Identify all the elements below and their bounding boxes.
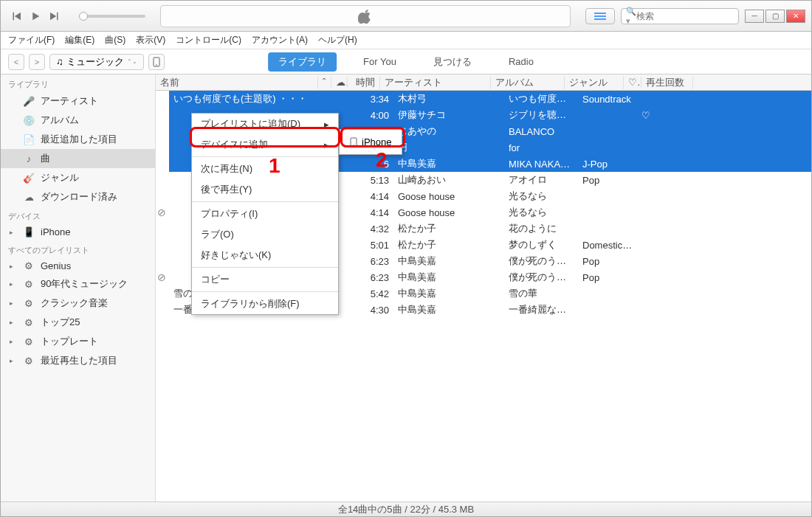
col-heart[interactable]: ♡: [624, 77, 641, 88]
menu-control[interactable]: コントロール(C): [176, 34, 241, 46]
sidebar-item[interactable]: ▸⚙トップレート: [1, 332, 155, 351]
cell-album: 僕が死のうと思っ...: [504, 254, 578, 268]
sidebar-item[interactable]: ☁ダウンロード済み: [1, 187, 155, 207]
col-artist[interactable]: アーティスト: [380, 76, 491, 89]
disclosure-icon: ▸: [10, 357, 17, 364]
search-box[interactable]: 🔍▾: [621, 8, 739, 24]
sidebar-item[interactable]: ♪曲: [1, 149, 155, 168]
forward-button[interactable]: >: [29, 54, 45, 70]
tab-radio[interactable]: Radio: [498, 53, 544, 70]
disclosure-icon: ▸: [10, 229, 17, 236]
cell-album: 梦のしずく: [504, 238, 578, 251]
cell-time: 3:34: [361, 94, 393, 105]
gear-icon: ⚙: [23, 355, 35, 367]
col-name[interactable]: 名前: [156, 76, 318, 89]
menu-view[interactable]: 表示(V): [136, 34, 165, 46]
search-input[interactable]: [636, 11, 747, 21]
context-menu-item[interactable]: ライブラリから削除(F): [192, 294, 338, 314]
play-button[interactable]: [26, 7, 45, 26]
context-menu-item[interactable]: 後で再生(Y): [192, 179, 338, 200]
cell-artist: Goose house: [393, 191, 504, 202]
cell-time: 4:14: [361, 191, 393, 202]
sidebar-item-label: iPhone: [41, 226, 70, 237]
cell-album: BALANCO: [504, 126, 578, 137]
maximize-button[interactable]: ▢: [765, 10, 785, 23]
col-sort-indicator[interactable]: ˆ: [318, 77, 331, 88]
context-submenu: iPhone: [339, 129, 402, 155]
context-menu-item[interactable]: プレイリストに追加(D)▸: [192, 114, 338, 134]
volume-slider[interactable]: [79, 15, 145, 18]
tab-foryou[interactable]: For You: [353, 53, 407, 70]
context-menu-item[interactable]: ラブ(O): [192, 224, 338, 245]
cell-album: アオイロ: [504, 173, 578, 187]
col-time[interactable]: 時間: [348, 76, 380, 89]
genre-icon: 🎸: [23, 173, 35, 184]
phone-icon: 📱: [23, 226, 35, 237]
table-row[interactable]: いつも何度でも(主題歌) ・・・3:34木村弓いつも何度でもSoundtrack: [169, 91, 811, 107]
context-menu-item[interactable]: デバイスに追加▸: [192, 134, 338, 155]
sidebar-item[interactable]: 🎸ジャンル: [1, 168, 155, 187]
prev-button[interactable]: [7, 7, 26, 26]
gear-icon: ⚙: [23, 279, 35, 290]
submenu-item-iphone[interactable]: iPhone: [340, 133, 402, 151]
cell-album: 雪の華: [504, 287, 578, 300]
menu-song[interactable]: 曲(S): [105, 34, 125, 46]
list-icon: 📄: [23, 134, 35, 145]
cell-album: for: [504, 142, 578, 153]
nav-tabs: ライブラリ For You 見つける Radio: [268, 52, 544, 72]
cell-name: いつも何度でも(主題歌) ・・・: [169, 92, 331, 105]
secondary-toolbar: < > ♫ ミュージック ⌃⌄ ライブラリ For You 見つける Radio: [1, 49, 811, 74]
disclosure-icon: ▸: [10, 319, 17, 326]
cell-album: MIKA NAKASHIMA...: [504, 159, 578, 170]
col-genre[interactable]: ジャンル: [565, 76, 624, 89]
cell-genre: Domestic(J...: [578, 240, 637, 251]
menu-item-label: ラブ(O): [201, 228, 234, 241]
sidebar-item-label: 90年代ミュージック: [41, 277, 128, 291]
tab-library[interactable]: ライブラリ: [268, 52, 337, 72]
sidebar-item[interactable]: 💿アルバム: [1, 111, 155, 130]
source-selector[interactable]: ♫ ミュージック ⌃⌄: [49, 54, 144, 70]
sidebar-item[interactable]: 🎤アーティスト: [1, 91, 155, 111]
device-button[interactable]: [148, 54, 165, 70]
player-bar: 🔍▾ ─ ▢ ✕: [1, 1, 811, 32]
sidebar-item[interactable]: ▸⚙クラシック音楽: [1, 294, 155, 313]
context-menu-item[interactable]: コピー: [192, 269, 338, 290]
minimize-button[interactable]: ─: [745, 10, 764, 23]
menu-edit[interactable]: 編集(E): [65, 34, 94, 46]
tab-discover[interactable]: 見つける: [423, 52, 482, 72]
menu-help[interactable]: ヘルプ(H): [318, 34, 357, 46]
cell-time: 6: [361, 159, 393, 170]
gear-icon: ⚙: [23, 260, 35, 271]
sidebar-item[interactable]: 📄最近追加した項目: [1, 130, 155, 149]
cell-time: 4:14: [361, 207, 393, 218]
sidebar-item-label: ジャンル: [41, 171, 79, 184]
col-cloud[interactable]: ☁: [331, 77, 348, 88]
next-button[interactable]: [45, 7, 64, 26]
menu-file[interactable]: ファイル(F): [8, 34, 55, 46]
cell-artist: 中島美嘉: [393, 303, 504, 316]
context-menu-item[interactable]: プロパティ(I): [192, 204, 338, 224]
context-menu-item[interactable]: 次に再生(N): [192, 159, 338, 179]
sidebar-item-label: アーティスト: [41, 94, 98, 108]
warn-icon: ⊘: [156, 271, 168, 283]
cell-album: 僕が死のうと思っ...: [504, 271, 578, 284]
sidebar-item[interactable]: ▸⚙トップ25: [1, 313, 155, 332]
cell-time: 4:30: [361, 305, 393, 316]
cell-artist: 中島美嘉: [393, 271, 504, 284]
cell-time: 4:32: [361, 223, 393, 235]
col-album[interactable]: アルバム: [491, 76, 565, 89]
sidebar-item[interactable]: ▸📱iPhone: [1, 223, 155, 240]
close-button[interactable]: ✕: [786, 10, 805, 23]
menu-account[interactable]: アカウント(A): [252, 34, 308, 46]
context-menu-item[interactable]: 好きじゃない(K): [192, 245, 338, 266]
cell-artist: 木村弓: [393, 92, 504, 105]
sidebar-item[interactable]: ▸⚙最近再生した項目: [1, 351, 155, 370]
sidebar-item[interactable]: ▸⚙90年代ミュージック: [1, 274, 155, 294]
back-button[interactable]: <: [8, 54, 24, 70]
cell-time: 5:01: [361, 240, 393, 251]
menu-bar: ファイル(F) 編集(E) 曲(S) 表示(V) コントロール(C) アカウント…: [1, 32, 811, 49]
sidebar-item[interactable]: ▸⚙Genius: [1, 257, 155, 274]
cell-artist: じあやの: [393, 125, 504, 138]
view-toggle-button[interactable]: [585, 8, 615, 24]
col-plays[interactable]: 再生回数: [641, 76, 693, 89]
